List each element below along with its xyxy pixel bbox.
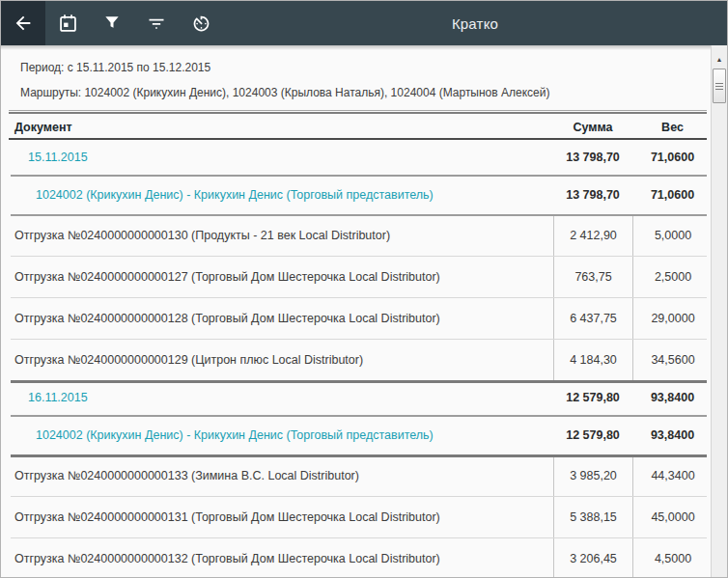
document-table: Документ Сумма Вес 15.11.2015 13 798,70 … xyxy=(1,110,713,578)
weight-cell: 93,8400 xyxy=(632,380,713,415)
table-header-row: Документ Сумма Вес xyxy=(1,114,713,140)
row-separator xyxy=(11,454,707,457)
filter-summary: Период: с 15.11.2015 по 15.12.2015 Маршр… xyxy=(1,50,713,100)
back-arrow-icon xyxy=(13,13,34,34)
page-title: Кратко xyxy=(223,1,727,45)
sum-cell: 6 437,75 xyxy=(553,297,632,339)
scrollbar-up-arrow-icon[interactable]: ▲ xyxy=(712,53,727,65)
row-separator xyxy=(11,175,707,177)
filter-funnel-icon xyxy=(102,14,122,33)
document-cell: Отгрузка №0240000000000132 (Торговый Дом… xyxy=(1,537,553,578)
weight-cell: 5,0000 xyxy=(632,214,713,256)
table-row[interactable]: 1024002 (Крикухин Денис) - Крикухин Дени… xyxy=(1,175,713,214)
table-border-line xyxy=(9,110,707,111)
table-row[interactable]: Отгрузка №0240000000000129 (Цитрон плюс … xyxy=(1,339,713,380)
timer-button[interactable] xyxy=(179,1,223,45)
sum-cell: 2 412,90 xyxy=(553,214,632,256)
table-row[interactable]: Отгрузка №0240000000000131 (Торговый Дом… xyxy=(1,496,713,537)
scrollbar-thumb[interactable] xyxy=(713,69,726,103)
row-separator xyxy=(11,537,707,538)
document-cell: Отгрузка №0240000000000130 (Продукты - 2… xyxy=(1,214,553,256)
document-cell: Отгрузка №0240000000000129 (Цитрон плюс … xyxy=(1,339,553,380)
table-row[interactable]: Отгрузка №0240000000000127 (Торговый Дом… xyxy=(1,256,713,297)
document-cell: 15.11.2015 xyxy=(1,140,553,175)
table-row[interactable]: Отгрузка №0240000000000130 (Продукты - 2… xyxy=(1,214,713,256)
table-row[interactable]: 1024002 (Крикухин Денис) - Крикухин Дени… xyxy=(1,415,713,454)
sum-cell: 13 798,70 xyxy=(553,175,632,214)
table-row[interactable]: Отгрузка №0240000000000133 (Зимина В.С. … xyxy=(1,454,713,496)
sum-cell: 763,75 xyxy=(553,256,632,297)
sum-cell: 13 798,70 xyxy=(553,140,632,175)
app-bar: Кратко xyxy=(1,1,727,45)
weight-cell: 93,8400 xyxy=(632,415,713,454)
calendar-button[interactable] xyxy=(45,1,90,45)
row-separator xyxy=(11,415,707,417)
table-row[interactable]: 16.11.2015 12 579,80 93,8400 xyxy=(1,380,713,415)
document-cell: 1024002 (Крикухин Денис) - Крикухин Дени… xyxy=(1,175,553,214)
weight-cell: 71,0600 xyxy=(632,140,713,175)
document-cell: 16.11.2015 xyxy=(1,380,553,415)
weight-cell: 2,5000 xyxy=(632,256,713,297)
period-text: Период: с 15.11.2015 по 15.12.2015 xyxy=(20,60,693,75)
sum-cell: 3 206,45 xyxy=(553,537,632,578)
calendar-icon xyxy=(58,14,78,34)
row-separator xyxy=(11,297,707,298)
weight-cell: 4,5000 xyxy=(632,537,713,578)
column-header-weight: Вес xyxy=(632,121,713,134)
row-separator xyxy=(11,496,707,497)
row-separator xyxy=(11,214,707,216)
sum-cell: 5 388,15 xyxy=(553,496,632,537)
table-row[interactable]: 15.11.2015 13 798,70 71,0600 xyxy=(1,140,713,175)
sum-cell: 3 985,20 xyxy=(553,454,632,496)
row-separator xyxy=(11,339,707,340)
document-cell: Отгрузка №0240000000000131 (Торговый Дом… xyxy=(1,496,553,537)
sum-cell: 12 579,80 xyxy=(553,380,632,415)
weight-cell: 45,0000 xyxy=(632,496,713,537)
filter-button[interactable] xyxy=(90,1,134,45)
document-cell: Отгрузка №0240000000000128 (Торговый Дом… xyxy=(1,297,553,339)
weight-cell: 44,3400 xyxy=(632,454,713,496)
weight-cell: 34,5600 xyxy=(632,339,713,380)
column-header-document: Документ xyxy=(1,121,553,134)
back-button[interactable] xyxy=(1,1,45,45)
table-row[interactable]: Отгрузка №0240000000000132 (Торговый Дом… xyxy=(1,537,713,578)
app-window: Кратко Период: с 15.11.2015 по 15.12.201… xyxy=(0,0,728,578)
weight-cell: 71,0600 xyxy=(632,175,713,214)
filter-list-icon xyxy=(147,14,166,33)
table-row[interactable]: Отгрузка №0240000000000128 (Торговый Дом… xyxy=(1,297,713,339)
column-header-sum: Сумма xyxy=(553,121,632,134)
weight-cell: 29,0000 xyxy=(632,297,713,339)
document-cell: Отгрузка №0240000000000127 (Торговый Дом… xyxy=(1,256,553,297)
routes-text: Маршруты: 1024002 (Крикухин Денис), 1024… xyxy=(20,85,693,100)
table-body: 15.11.2015 13 798,70 71,0600 1024002 (Кр… xyxy=(1,140,713,578)
timer-icon xyxy=(191,14,211,34)
sum-cell: 4 184,30 xyxy=(553,339,632,380)
vertical-scrollbar[interactable]: ▲ xyxy=(711,45,727,577)
filter-list-button[interactable] xyxy=(134,1,179,45)
report-content: Период: с 15.11.2015 по 15.12.2015 Маршр… xyxy=(1,50,713,578)
sum-cell: 12 579,80 xyxy=(553,415,632,454)
document-cell: 1024002 (Крикухин Денис) - Крикухин Дени… xyxy=(1,415,553,454)
document-cell: Отгрузка №0240000000000133 (Зимина В.С. … xyxy=(1,454,553,496)
row-separator xyxy=(11,256,707,257)
row-separator xyxy=(11,380,707,383)
